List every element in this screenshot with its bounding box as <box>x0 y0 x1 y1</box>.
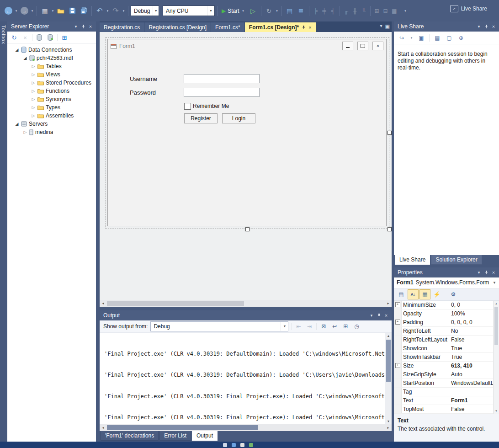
events-icon[interactable]: ⚡ <box>431 289 442 299</box>
taskbar-icon[interactable] <box>223 443 227 447</box>
property-row[interactable]: ShowInTaskbar True <box>394 353 494 362</box>
tree-item-functions[interactable]: ▷ Functions <box>7 87 96 95</box>
align-tops-icon[interactable]: ╓ <box>342 6 350 16</box>
navigate-forward-dropdown-icon[interactable]: ▾ <box>30 5 34 16</box>
property-row-text[interactable]: Text Form1 <box>394 396 494 405</box>
expander-icon[interactable] <box>395 302 400 307</box>
property-value[interactable]: True <box>449 353 494 361</box>
close-icon[interactable]: × <box>490 269 497 276</box>
categorized-icon[interactable]: ▤ <box>396 289 407 299</box>
property-pages-icon[interactable]: ⚙ <box>448 289 459 299</box>
object-selector-combobox[interactable]: Form1 System.Windows.Forms.Form ▼ <box>394 277 499 289</box>
expanded-arrow-icon[interactable]: ◢ <box>15 122 19 126</box>
align-lefts-icon[interactable]: ╞ <box>312 6 320 16</box>
tab-error-list[interactable]: Error List <box>159 431 191 441</box>
property-row[interactable]: MinimumSize 0, 0 <box>394 301 494 309</box>
property-value[interactable]: Form1 <box>449 396 494 405</box>
next-message-icon[interactable]: ⇥ <box>305 322 313 331</box>
make-same-width-icon[interactable]: ⊞ <box>373 6 381 16</box>
tab-form1-declarations[interactable]: 'Form1' declarations <box>101 431 159 441</box>
save-icon[interactable] <box>67 5 78 16</box>
connect-to-server-icon[interactable] <box>46 33 54 42</box>
live-share-button[interactable]: ↗ Live Share <box>450 5 487 12</box>
copy-invite-link-icon[interactable]: ▣ <box>417 34 425 42</box>
align-centers-icon[interactable]: ╪ <box>320 6 329 16</box>
quick-find-icon[interactable]: ▤ <box>284 5 295 16</box>
alphabetical-sort-icon[interactable]: A↓ <box>408 289 419 299</box>
windows-taskbar[interactable] <box>0 442 499 448</box>
property-row[interactable]: RightToLeft No <box>394 327 494 336</box>
tab-form1-cs-design[interactable]: Form1.cs [Design]* × <box>245 22 316 32</box>
property-value[interactable]: False <box>449 405 494 413</box>
refresh-icon[interactable]: ↻ <box>10 33 18 42</box>
property-row[interactable]: TopMost False <box>394 405 494 414</box>
tab-registration-cs[interactable]: Registration.cs <box>100 22 144 32</box>
scroll-right-icon[interactable]: ▸ <box>385 424 392 431</box>
scroll-down-icon[interactable]: ▼ <box>385 418 392 424</box>
connect-to-database-icon[interactable] <box>35 33 43 42</box>
properties-view-icon[interactable]: ▦ <box>419 289 430 299</box>
output-source-combobox[interactable]: Debug ▼ <box>150 321 288 331</box>
comments-icon[interactable]: ▢ <box>445 34 453 42</box>
login-button[interactable]: Login <box>222 113 255 123</box>
session-options-icon[interactable]: ⊕ <box>457 34 465 42</box>
remember-me-checkbox[interactable] <box>184 103 191 110</box>
username-textbox[interactable] <box>184 74 260 83</box>
tree-item-types[interactable]: ▷ Types <box>7 103 96 112</box>
resize-handle-bottom[interactable] <box>245 227 250 231</box>
stop-refresh-icon[interactable]: × <box>21 33 29 42</box>
designer-horizontal-scrollbar[interactable]: ◂ ▸ <box>100 300 392 307</box>
property-value[interactable] <box>449 388 494 396</box>
make-same-size-icon[interactable]: ▦ <box>390 6 398 16</box>
property-row-size[interactable]: Size 613, 410 <box>394 362 494 370</box>
redo-icon[interactable]: ↷ <box>110 5 121 16</box>
window-position-icon[interactable]: ▾ <box>368 312 375 319</box>
password-textbox[interactable] <box>184 88 260 97</box>
window-options-icon[interactable]: ▣ <box>385 23 390 29</box>
pin-icon[interactable] <box>375 312 382 319</box>
register-button[interactable]: Register <box>184 113 218 123</box>
tree-item-views[interactable]: ▷ Views <box>7 70 96 79</box>
scrollbar-thumb[interactable] <box>107 425 258 430</box>
save-all-icon[interactable] <box>78 5 89 16</box>
align-middles-icon[interactable]: ╫ <box>351 6 359 16</box>
properties-vertical-scrollbar[interactable]: ▲ ▼ <box>493 301 499 414</box>
property-value[interactable]: No <box>449 327 494 335</box>
clear-all-icon[interactable]: ⊠ <box>319 322 328 331</box>
expanded-arrow-icon[interactable]: ◢ <box>23 56 27 60</box>
new-project-icon[interactable]: ▦ <box>39 5 50 16</box>
code-editor-icon[interactable]: ≣ <box>296 5 307 16</box>
tree-item-medina[interactable]: ▷ medina <box>7 128 96 136</box>
window-position-icon[interactable]: ▾ <box>475 269 483 276</box>
property-value[interactable]: WindowsDefaultLocation <box>449 379 494 387</box>
property-row[interactable]: RightToLeftLayout False <box>394 336 494 344</box>
tree-item-assemblies[interactable]: ▷ Assemblies <box>7 112 96 120</box>
shared-terminals-icon[interactable]: ▤ <box>433 34 441 42</box>
sharepoint-connections-icon[interactable]: ⊞ <box>60 33 69 42</box>
scrollbar-thumb[interactable] <box>386 340 391 382</box>
collapsed-arrow-icon[interactable]: ▷ <box>31 113 36 118</box>
expander-icon[interactable] <box>395 363 400 368</box>
window-position-icon[interactable]: ▾ <box>72 23 80 30</box>
scroll-up-icon[interactable]: ▲ <box>385 333 392 339</box>
property-value[interactable]: 0, 0 <box>449 301 494 309</box>
tree-item-servers[interactable]: ◢ Servers <box>7 120 96 128</box>
start-debugging-button[interactable]: ▶ Start ▾ <box>220 5 247 16</box>
align-rights-icon[interactable]: ╡ <box>329 6 337 16</box>
designer-canvas[interactable]: Form1 × Username Password Remember Me Re… <box>100 32 392 300</box>
output-log[interactable]: 'Final Project.exe' (CLR v4.0.30319: Def… <box>100 333 392 424</box>
property-value[interactable]: True <box>449 344 494 352</box>
scroll-right-icon[interactable]: ▸ <box>385 300 392 307</box>
collapsed-arrow-icon[interactable]: ▷ <box>31 105 36 110</box>
designed-form[interactable]: Form1 × Username Password Remember Me Re… <box>107 39 387 226</box>
tab-solution-explorer[interactable]: Solution Explorer <box>431 255 482 265</box>
scroll-left-icon[interactable]: ◂ <box>100 300 106 307</box>
solution-configuration-combobox[interactable]: Debug ▼ <box>131 5 159 16</box>
open-file-icon[interactable] <box>55 5 66 16</box>
pin-icon[interactable] <box>483 269 490 276</box>
window-position-icon[interactable]: ▾ <box>475 23 483 30</box>
property-row[interactable]: Tag <box>394 388 494 396</box>
property-row[interactable]: StartPosition WindowsDefaultLocation <box>394 379 494 388</box>
taskbar-icon[interactable] <box>232 443 236 447</box>
property-row[interactable]: SizeGripStyle Auto <box>394 370 494 379</box>
